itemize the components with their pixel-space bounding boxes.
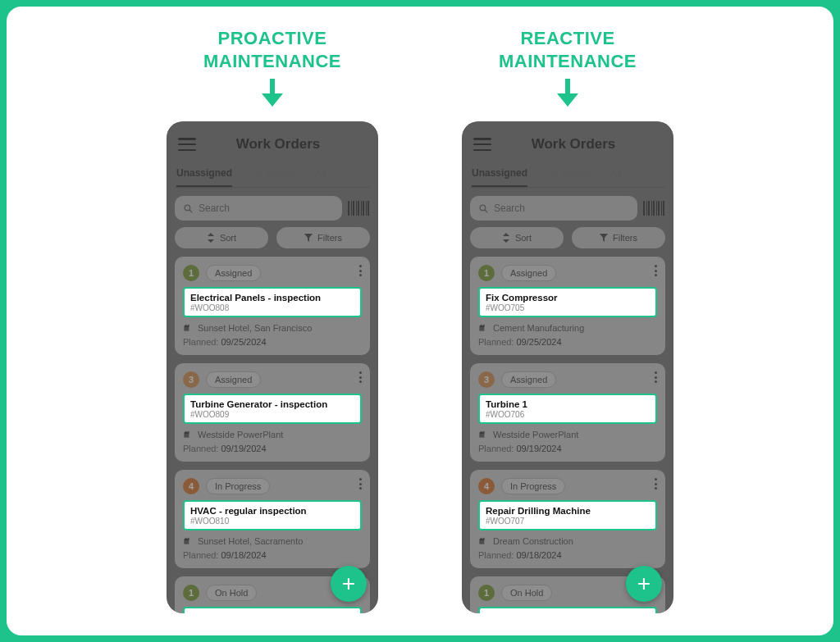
controls-row: Sort Filters: [175, 227, 370, 248]
search-bar: Search: [175, 196, 370, 221]
search-placeholder: Search: [199, 203, 230, 214]
tab-all orders[interactable]: All Orders: [547, 162, 591, 187]
sort-icon: [207, 233, 215, 243]
planned-date: 09/18/2024: [517, 550, 562, 560]
location-row: Sunset Hotel, Sacramento: [183, 535, 362, 547]
status-badge: Assigned: [206, 371, 261, 388]
controls-row: Sort Filters: [470, 227, 665, 248]
highlight-box: Fix Compressor #WOO705: [478, 287, 657, 317]
barcode-icon[interactable]: [642, 200, 665, 216]
highlight-box: Turbine Generator - inspection #WOO809: [183, 394, 362, 424]
svg-rect-0: [270, 79, 275, 95]
column-reactive: REACTIVEMAINTENANCE Work Orders Unassign…: [461, 27, 674, 635]
fab-add-button[interactable]: +: [626, 566, 662, 602]
card-top-row: 4 In Progress: [478, 478, 657, 494]
arrow-down-icon: [557, 79, 578, 113]
priority-badge: 1: [478, 585, 495, 601]
planned-label: Planned:: [478, 337, 514, 347]
tab-unassigned[interactable]: Unassigned: [176, 162, 232, 187]
building-icon: [478, 535, 488, 547]
building-icon: [183, 535, 193, 547]
tab-all orders[interactable]: All Orders: [252, 162, 295, 187]
work-order-title: Fix Compressor: [486, 293, 650, 303]
sort-button[interactable]: Sort: [175, 227, 268, 248]
svg-line-10: [485, 210, 487, 212]
planned-row: Planned: 09/19/2024: [478, 444, 657, 453]
barcode-icon[interactable]: [347, 200, 370, 216]
planned-date: 09/18/2024: [221, 550, 267, 560]
status-badge: Assigned: [501, 371, 556, 388]
highlight-box: Fix Broaching Machine: [478, 607, 657, 613]
status-badge: Assigned: [206, 265, 261, 281]
sort-icon: [502, 233, 510, 243]
arrow-down-icon: [262, 79, 283, 113]
location-row: Cement Manufacturing: [478, 322, 657, 334]
work-order-title: Turbine 1: [486, 399, 650, 409]
work-order-title: Fix Broaching Machine: [486, 612, 650, 613]
search-input[interactable]: Search: [175, 196, 342, 221]
work-order-title: Turbine Generator - inspection: [190, 399, 354, 409]
filters-label: Filters: [613, 233, 637, 243]
building-icon: [478, 429, 488, 440]
kebab-icon[interactable]: [359, 265, 362, 276]
filters-button[interactable]: Filters: [572, 227, 665, 248]
tab-all[interactable]: All: [610, 162, 621, 187]
priority-badge: 1: [478, 265, 495, 281]
work-order-card[interactable]: 1 Assigned Fix Compressor #WOO705 Cement…: [470, 257, 665, 355]
kebab-icon[interactable]: [655, 265, 657, 276]
svg-point-9: [480, 205, 486, 210]
work-order-card[interactable]: 3 Assigned Turbine 1 #WOO706 Westside Po…: [470, 363, 665, 462]
search-placeholder: Search: [494, 203, 525, 214]
work-order-title: Electrical Panels - inspection: [190, 293, 354, 303]
tab-unassigned[interactable]: Unassigned: [472, 162, 527, 187]
planned-label: Planned:: [183, 550, 218, 560]
work-order-title: Repair Drilling Machine: [486, 506, 650, 516]
priority-badge: 4: [478, 478, 495, 494]
planned-row: Planned: 09/19/2024: [183, 444, 362, 453]
status-badge: On Hold: [206, 585, 257, 601]
kebab-icon[interactable]: [359, 478, 362, 489]
card-top-row: 4 In Progress: [183, 478, 362, 494]
work-order-title: HVAC - regular inspection: [190, 506, 354, 516]
fab-add-button[interactable]: +: [331, 566, 367, 602]
kebab-icon[interactable]: [655, 478, 657, 489]
work-order-card[interactable]: 4 In Progress Repair Drilling Machine #W…: [470, 470, 665, 568]
work-order-card[interactable]: 4 In Progress HVAC - regular inspection …: [175, 470, 370, 568]
filters-button[interactable]: Filters: [276, 227, 370, 248]
search-icon: [183, 203, 194, 214]
highlight-box: Machine motor replacement: [183, 607, 362, 613]
search-input[interactable]: Search: [470, 196, 637, 221]
phone-header: Work Orders: [175, 121, 370, 162]
column-proactive: PROACTIVEMAINTENANCE Work Orders Unassig…: [166, 27, 379, 635]
search-icon: [478, 203, 489, 214]
search-bar: Search: [470, 196, 665, 221]
planned-label: Planned:: [478, 550, 514, 560]
kebab-icon[interactable]: [655, 371, 657, 383]
tab-all[interactable]: All: [315, 162, 326, 187]
svg-marker-13: [600, 234, 608, 242]
filter-icon: [304, 234, 313, 242]
card-top-row: 3 Assigned: [183, 371, 362, 388]
card-top-row: 1 Assigned: [183, 265, 362, 281]
highlight-box: HVAC - regular inspection #WOO810: [183, 500, 362, 530]
planned-label: Planned:: [183, 444, 218, 453]
highlight-box: Turbine 1 #WOO706: [478, 394, 657, 424]
sort-label: Sort: [515, 233, 532, 243]
work-order-card[interactable]: 3 Assigned Turbine Generator - inspectio…: [175, 363, 370, 462]
location-row: Westside PowerPlant: [478, 429, 657, 440]
sort-button[interactable]: Sort: [470, 227, 564, 248]
building-icon: [183, 429, 193, 440]
priority-badge: 3: [183, 371, 199, 388]
location-text: Sunset Hotel, Sacramento: [198, 536, 303, 546]
location-text: Cement Manufacturing: [493, 323, 584, 333]
work-order-card[interactable]: 1 Assigned Electrical Panels - inspectio…: [175, 257, 370, 355]
highlight-box: Repair Drilling Machine #WOO707: [478, 500, 657, 530]
location-row: Sunset Hotel, San Francisco: [183, 322, 362, 334]
planned-date: 09/25/2024: [517, 337, 562, 347]
status-badge: On Hold: [501, 585, 552, 601]
filter-icon: [600, 234, 608, 242]
page-title: Work Orders: [485, 136, 662, 153]
phone-mock: Work Orders UnassignedAll OrdersAll Sear…: [167, 121, 378, 613]
priority-badge: 3: [478, 371, 495, 388]
kebab-icon[interactable]: [359, 371, 362, 383]
